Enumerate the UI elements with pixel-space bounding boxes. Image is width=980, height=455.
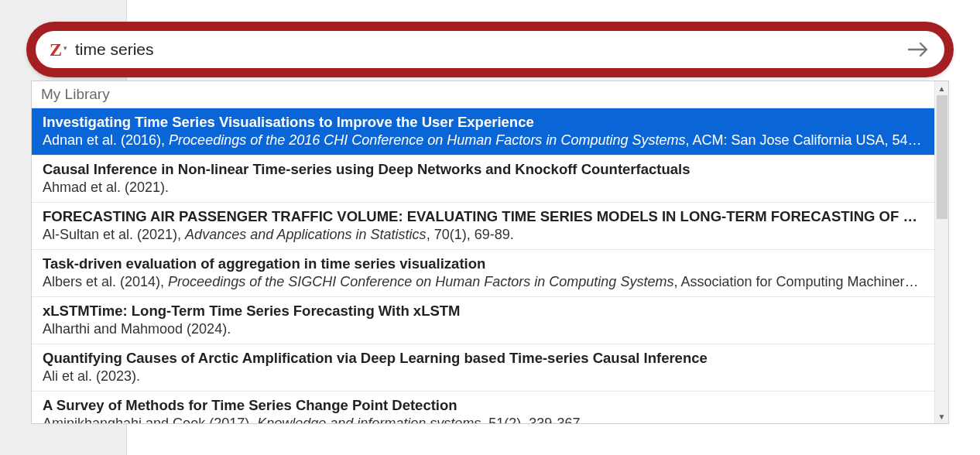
- result-item[interactable]: Causal Inference in Non-linear Time-seri…: [32, 156, 934, 203]
- zotero-z-icon: Z: [50, 40, 62, 59]
- result-title: FORECASTING AIR PASSENGER TRAFFIC VOLUME…: [43, 208, 923, 225]
- dropdown-body: My Library Investigating Time Series Vis…: [32, 81, 934, 423]
- arrow-right-icon: [907, 41, 930, 58]
- result-title: xLSTMTime: Long-Term Time Series Forecas…: [43, 303, 923, 320]
- scroll-thumb[interactable]: [937, 95, 947, 219]
- result-title: A Survey of Methods for Time Series Chan…: [43, 397, 923, 414]
- library-section-header: My Library: [32, 81, 934, 108]
- result-item[interactable]: Task-driven evaluation of aggregation in…: [32, 250, 934, 297]
- result-item[interactable]: xLSTMTime: Long-Term Time Series Forecas…: [32, 297, 934, 344]
- scroll-down-icon[interactable]: ▼: [935, 409, 948, 423]
- zotero-logo[interactable]: Z ▾: [50, 40, 67, 59]
- result-item[interactable]: Quantifying Causes of Arctic Amplificati…: [32, 344, 934, 392]
- result-title: Quantifying Causes of Arctic Amplificati…: [43, 350, 923, 367]
- citation-dropdown: My Library Investigating Time Series Vis…: [31, 80, 949, 424]
- result-meta: Albers et al. (2014), Proceedings of the…: [43, 274, 923, 290]
- search-bar-container: Z ▾: [26, 22, 954, 77]
- result-meta: Adnan et al. (2016), Proceedings of the …: [43, 132, 923, 149]
- search-input[interactable]: [75, 40, 899, 59]
- dropdown-caret-icon: ▾: [63, 44, 67, 52]
- submit-arrow-button[interactable]: [907, 41, 930, 58]
- result-meta: Al-Sultan et al. (2021), Advances and Ap…: [43, 227, 923, 243]
- result-meta: Alharthi and Mahmood (2024).: [43, 321, 923, 337]
- result-title: Investigating Time Series Visualisations…: [43, 114, 923, 131]
- result-item[interactable]: FORECASTING AIR PASSENGER TRAFFIC VOLUME…: [32, 203, 934, 250]
- result-meta: Ali et al. (2023).: [43, 368, 923, 385]
- result-meta: Ahmad et al. (2021).: [43, 180, 923, 196]
- result-item[interactable]: Investigating Time Series Visualisations…: [32, 108, 934, 156]
- search-bar: Z ▾: [36, 31, 944, 68]
- scroll-up-icon[interactable]: ▲: [935, 81, 948, 95]
- result-title: Task-driven evaluation of aggregation in…: [43, 255, 923, 272]
- result-meta: Aminikhanghahi and Cook (2017), Knowledg…: [43, 416, 923, 423]
- dropdown-scrollbar[interactable]: ▲ ▼: [934, 81, 948, 423]
- result-title: Causal Inference in Non-linear Time-seri…: [43, 161, 923, 178]
- result-item[interactable]: A Survey of Methods for Time Series Chan…: [32, 392, 934, 423]
